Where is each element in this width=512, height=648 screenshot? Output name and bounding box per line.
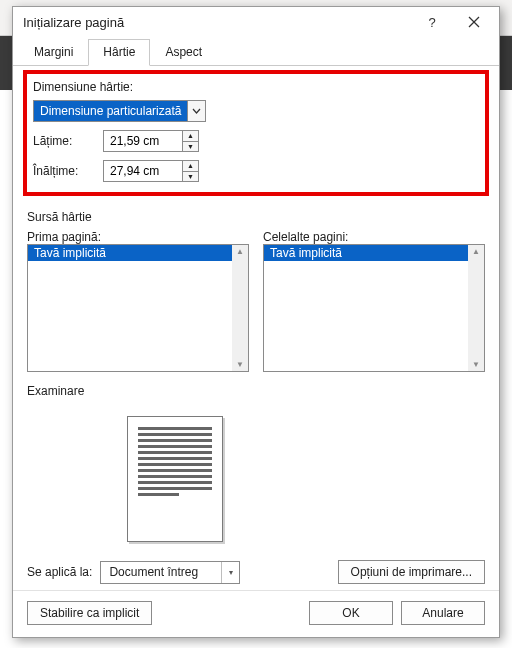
dialog-titlebar: Inițializare pagină ? (13, 7, 499, 37)
paper-source-section: Sursă hârtie Prima pagină: Tavă implicit… (27, 208, 485, 372)
spin-down-icon[interactable]: ▼ (183, 172, 198, 182)
width-spin[interactable]: ▲ ▼ (182, 131, 198, 151)
width-label: Lățime: (33, 134, 103, 148)
apply-to-value: Document întreg (101, 562, 221, 583)
cancel-button[interactable]: Anulare (401, 601, 485, 625)
paper-size-value: Dimensiune particularizată (34, 101, 187, 121)
list-item[interactable]: Tavă implicită (264, 245, 468, 261)
chevron-down-icon[interactable] (187, 101, 205, 121)
spin-down-icon[interactable]: ▼ (183, 142, 198, 152)
paper-size-highlight: Dimensiune hârtie: Dimensiune particular… (23, 70, 489, 196)
spin-up-icon[interactable]: ▲ (183, 161, 198, 172)
first-page-label: Prima pagină: (27, 230, 249, 244)
scroll-down-icon[interactable]: ▼ (472, 360, 480, 369)
height-field[interactable] (104, 161, 182, 181)
page-preview (127, 416, 223, 542)
dialog-tabs: Margini Hârtie Aspect (13, 39, 499, 66)
help-button[interactable]: ? (411, 7, 453, 37)
apply-to-row: Se aplică la: Document întreg ▾ Opțiuni … (27, 560, 485, 584)
height-label: Înălțime: (33, 164, 103, 178)
preview-label: Examinare (27, 384, 485, 398)
dialog-title: Inițializare pagină (23, 15, 411, 30)
width-field[interactable] (104, 131, 182, 151)
other-pages-list[interactable]: Tavă implicită ▲ ▼ (263, 244, 485, 372)
print-options-button[interactable]: Opțiuni de imprimare... (338, 560, 485, 584)
tab-layout[interactable]: Aspect (150, 39, 217, 66)
tab-margins[interactable]: Margini (19, 39, 88, 66)
scroll-up-icon[interactable]: ▲ (236, 247, 244, 256)
tab-paper[interactable]: Hârtie (88, 39, 150, 66)
paper-source-label: Sursă hârtie (27, 210, 485, 224)
scrollbar[interactable]: ▲ ▼ (468, 245, 484, 371)
apply-to-label: Se aplică la: (27, 565, 92, 579)
dialog-body: Dimensiune hârtie: Dimensiune particular… (13, 66, 499, 590)
dialog-footer: Stabilire ca implicit OK Anulare (13, 590, 499, 637)
scrollbar[interactable]: ▲ ▼ (232, 245, 248, 371)
height-spin[interactable]: ▲ ▼ (182, 161, 198, 181)
apply-to-combo[interactable]: Document întreg ▾ (100, 561, 240, 584)
chevron-down-icon[interactable]: ▾ (221, 562, 239, 583)
list-item[interactable]: Tavă implicită (28, 245, 232, 261)
spin-up-icon[interactable]: ▲ (183, 131, 198, 142)
scroll-up-icon[interactable]: ▲ (472, 247, 480, 256)
close-icon (468, 16, 480, 28)
other-pages-label: Celelalte pagini: (263, 230, 485, 244)
preview-section: Examinare (27, 382, 485, 554)
paper-size-combo[interactable]: Dimensiune particularizată (33, 100, 206, 122)
width-input[interactable]: ▲ ▼ (103, 130, 199, 152)
page-setup-dialog: Inițializare pagină ? Margini Hârtie Asp… (12, 6, 500, 638)
height-input[interactable]: ▲ ▼ (103, 160, 199, 182)
scroll-down-icon[interactable]: ▼ (236, 360, 244, 369)
paper-size-label: Dimensiune hârtie: (33, 80, 479, 94)
first-page-list[interactable]: Tavă implicită ▲ ▼ (27, 244, 249, 372)
set-default-button[interactable]: Stabilire ca implicit (27, 601, 152, 625)
ok-button[interactable]: OK (309, 601, 393, 625)
close-button[interactable] (453, 7, 495, 37)
